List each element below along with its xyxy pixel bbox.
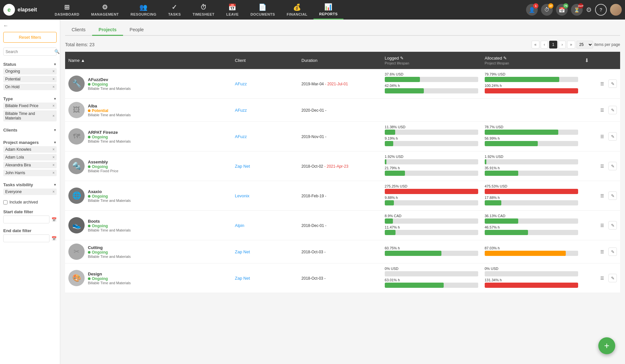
project-thumbnail-axaxio: 🌐 <box>68 188 85 204</box>
project-thumbnail-boots: 👟 <box>68 217 85 233</box>
nav-item-reports[interactable]: 📊REPORTS <box>313 0 344 20</box>
client-link-axaxio[interactable]: Levonix <box>235 193 250 198</box>
type-filter-arrow: ▼ <box>53 97 57 101</box>
project-type-design: Billable Time and Materials <box>88 281 131 285</box>
list-action-icon-cutting[interactable]: ☰ <box>598 247 606 256</box>
notification-calendar[interactable]: 📅75 <box>556 4 568 16</box>
page-1-button[interactable]: 1 <box>549 41 557 49</box>
tag-adam-knowles: Adam Knowles× <box>3 146 57 153</box>
prev-page-button[interactable]: ‹ <box>541 41 548 49</box>
edit-action-icon-boots[interactable]: ✎ <box>608 221 617 230</box>
user-avatar[interactable] <box>610 4 622 16</box>
client-link-arpat[interactable]: AFuzz <box>235 134 247 139</box>
notification-timer[interactable]: ⏱47 <box>541 4 553 16</box>
tabs-row: Clients Projects People <box>65 24 620 36</box>
logged-usd-bar: 0% USD <box>385 267 478 276</box>
edit-action-icon-cutting[interactable]: ✎ <box>608 247 617 256</box>
start-date-filter: Start date filter 📅 <box>3 209 57 223</box>
clients-filter: Clients ▼ <box>3 126 57 134</box>
logged-usd-bar: 1.92% USD <box>385 155 478 164</box>
tag-alexandra-bira: Alexandra Bira× <box>3 162 57 168</box>
project-type-axaxio: Billable Time and Materials <box>88 199 131 203</box>
tab-projects[interactable]: Projects <box>92 24 123 36</box>
start-date-input[interactable] <box>3 216 49 223</box>
project-managers-arrow: ▼ <box>53 141 57 144</box>
last-page-button[interactable]: » <box>567 41 575 49</box>
table-row: ✂ Cutting Ongoing Billable Time and Mate… <box>65 240 620 263</box>
nav-item-management[interactable]: ⚙MANAGEMENT <box>85 0 125 20</box>
project-name-afuzzdev: AFuzzDev <box>88 77 131 82</box>
table-row: 🎨 Design Ongoing Billable Time and Mater… <box>65 263 620 293</box>
list-action-icon-design[interactable]: ☰ <box>598 274 606 282</box>
nav-item-tasks[interactable]: ✓TASKS <box>162 0 187 20</box>
client-link-cutting[interactable]: Zap Net <box>235 249 250 254</box>
first-page-button[interactable]: « <box>532 41 540 49</box>
tab-people[interactable]: People <box>123 24 150 35</box>
edit-action-icon-axaxio[interactable]: ✎ <box>608 191 617 200</box>
client-link-design[interactable]: Zap Net <box>235 276 250 281</box>
list-action-icon-alba[interactable]: ☰ <box>598 106 606 114</box>
download-icon[interactable]: ⬇ <box>585 58 589 63</box>
th-name[interactable]: Name ▲ <box>65 52 232 69</box>
client-link-boots[interactable]: Alpin <box>235 223 244 228</box>
project-name-cutting: Cutting <box>88 245 131 250</box>
logged-h-bar: 9.88% h <box>385 196 478 205</box>
logged-usd-bar: 11.38% USD <box>385 125 478 135</box>
start-date-calendar-icon[interactable]: 📅 <box>51 217 57 222</box>
project-thumbnail-design: 🎨 <box>68 270 85 286</box>
edit-action-icon-arpat[interactable]: ✎ <box>608 132 617 141</box>
add-project-fab[interactable]: + <box>598 337 615 354</box>
list-action-icon-axaxio[interactable]: ☰ <box>598 191 606 200</box>
nav-item-timesheet[interactable]: ⏱TIMESHEET <box>187 0 220 20</box>
nav-item-leave[interactable]: 📅LEAVE <box>220 0 244 20</box>
list-action-icon-afuzzdev[interactable]: ☰ <box>598 79 606 88</box>
allocated-usd-bar: 0% USD <box>485 267 578 276</box>
client-link-alba[interactable]: AFuzz <box>235 108 247 113</box>
list-action-icon-arpat[interactable]: ☰ <box>598 132 606 141</box>
tag-billable-time: Billable Time and Materials× <box>3 110 57 121</box>
allocated-h-bar: 35.91% h <box>485 166 578 176</box>
th-duration[interactable]: Duration <box>298 52 382 69</box>
project-type-boots: Billable Time and Materials <box>88 228 131 232</box>
end-date-input[interactable] <box>3 234 49 242</box>
nav-item-documents[interactable]: 📄DOCUMENTS <box>244 0 281 20</box>
logged-h-bar: 21.79% h <box>385 166 478 176</box>
client-link-afuzzdev[interactable]: AFuzz <box>235 81 247 86</box>
main-content: Clients Projects People Total items: 23 … <box>60 20 625 364</box>
nav-item-resourcing[interactable]: 👥RESOURCING <box>125 0 162 20</box>
edit-action-icon-alba[interactable]: ✎ <box>608 106 617 114</box>
edit-action-icon-afuzzdev[interactable]: ✎ <box>608 79 617 88</box>
include-archived-section: Include archived <box>3 200 57 204</box>
settings-icon[interactable]: ⚙ <box>586 6 592 14</box>
search-input[interactable] <box>6 49 54 54</box>
th-logged[interactable]: Logged ✎ Project lifespan <box>382 52 481 69</box>
logged-h-bar: 42.04% h <box>385 84 478 93</box>
tasks-visibility-arrow: ▼ <box>53 183 57 187</box>
edit-action-icon-design[interactable]: ✎ <box>608 274 617 282</box>
tab-clients[interactable]: Clients <box>65 24 92 35</box>
notification-user[interactable]: 👤1 <box>526 4 538 16</box>
client-link-assembly[interactable]: Zap Net <box>235 164 250 169</box>
project-status-axaxio: Ongoing <box>88 194 131 199</box>
notification-out[interactable]: ⏳OUT <box>571 4 583 16</box>
next-page-button[interactable]: › <box>559 41 566 49</box>
project-name-design: Design <box>88 272 131 276</box>
top-nav: e elapseit ⊞DASHBOARD⚙MANAGEMENT👥RESOURC… <box>0 0 625 20</box>
help-icon[interactable]: ? <box>595 4 607 16</box>
th-client[interactable]: Client <box>232 52 299 69</box>
list-action-icon-assembly[interactable]: ☰ <box>598 162 606 170</box>
nav-item-dashboard[interactable]: ⊞DASHBOARD <box>49 0 85 20</box>
th-allocated[interactable]: Allocated ✎ Project lifespan <box>481 52 581 69</box>
sidebar-toggle-arrow[interactable]: ← <box>3 23 8 29</box>
end-date-calendar-icon[interactable]: 📅 <box>51 236 57 241</box>
edit-action-icon-assembly[interactable]: ✎ <box>608 162 617 170</box>
project-details-afuzzdev: AFuzzDev Ongoing Billable Time and Mater… <box>88 77 131 91</box>
nav-item-financial[interactable]: 💰FINANCIAL <box>281 0 313 20</box>
reset-filters-button[interactable]: Reset filters <box>3 32 57 43</box>
list-action-icon-boots[interactable]: ☰ <box>598 221 606 230</box>
items-per-page-select[interactable]: 25 50 100 <box>576 41 593 49</box>
table-row: 🔧 AFuzzDev Ongoing Billable Time and Mat… <box>65 69 620 99</box>
sidebar: ← Reset filters 🔍 Status ▼ Ongoing× Pote… <box>0 20 60 364</box>
include-archived-checkbox[interactable] <box>3 200 7 204</box>
logo[interactable]: e elapseit <box>3 4 49 16</box>
